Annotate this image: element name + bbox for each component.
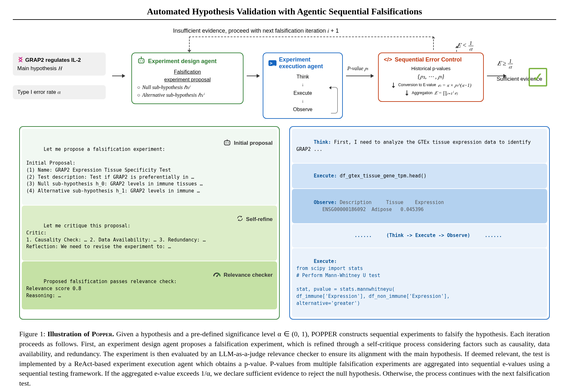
down-arrow-icon xyxy=(393,83,394,88)
down-arrow-icon: ↓ xyxy=(268,81,337,89)
execute2-text: from scipy import stats # Perform Mann-W… xyxy=(296,265,450,306)
checkmark-icon: ✓ xyxy=(529,68,547,86)
page-title: Automated Hypothesis Validation with Age… xyxy=(13,6,556,19)
flow-diagram: Insufficient evidence, proceed with next… xyxy=(13,28,556,117)
dna-icon xyxy=(17,57,25,63)
design-detail-panel: Initial proposal Let me propose a falsif… xyxy=(19,126,280,320)
caption-body: Given a hypothesis and a pre-defined sig… xyxy=(19,330,550,387)
pvalue-label: P-value 𝑝ᵢ xyxy=(347,65,368,71)
alpha-box: Type I error rate 𝛼 xyxy=(13,85,106,99)
error-hist-label: Historical p-values xyxy=(384,65,478,72)
hypothesis-subtitle: Main hypothesis 𝐻 xyxy=(17,65,101,72)
svg-point-7 xyxy=(228,142,229,143)
initial-proposal-text: Let me propose a falsification experimen… xyxy=(26,146,203,194)
down-arrow-icon: ↓ xyxy=(268,97,337,105)
main-hypothesis-box: GRAP2 regulates IL-2 Main hypothesis 𝐻 xyxy=(13,53,106,76)
svg-rect-0 xyxy=(138,59,144,63)
detail-panels: Initial proposal Let me propose a falsif… xyxy=(19,126,550,320)
svg-point-2 xyxy=(142,60,143,61)
execute-text: df_gtex_tissue_gene_tpm.head() xyxy=(337,173,426,179)
terminal-icon: >_ xyxy=(268,60,276,66)
arrow-icon xyxy=(346,76,374,76)
error-agg-label: Aggregation xyxy=(412,90,433,96)
svg-point-1 xyxy=(140,60,141,61)
error-pvalue-set: {𝑝₁, ⋯ , 𝑝ᵢ} xyxy=(384,72,478,81)
caption-bold: Illustration of Popper. xyxy=(47,330,114,338)
robot-icon xyxy=(208,132,231,154)
design-line4: Alternative sub-hypothesis ℎ₁ⁱ xyxy=(142,92,204,98)
relevance-checker-text: Proposed falsification passes relevance … xyxy=(26,279,177,298)
error-conv-formula: 𝑒ᵢ = 𝜅 × 𝑝ᵢ^(𝜅−1) xyxy=(438,82,471,89)
hypothesis-title: GRAP2 regulates IL-2 xyxy=(25,57,81,63)
down-arrow-icon xyxy=(407,90,407,95)
loop-arrow-icon xyxy=(331,87,338,113)
relevance-checker-label: Relevance checker xyxy=(224,272,273,278)
exec-execute: Execute xyxy=(268,89,337,97)
exec-observe: Observe xyxy=(268,105,337,114)
design-agent-title: Experiment design agent xyxy=(148,58,217,65)
up-arrow-icon xyxy=(456,46,458,52)
design-line3: Null sub-hypothesis ℎ₀ⁱ xyxy=(142,85,190,90)
figure-caption: Figure 1: Illustration of Popper. Given … xyxy=(19,329,550,388)
initial-proposal-label: Initial proposal xyxy=(234,140,273,146)
arrow-icon xyxy=(247,76,260,76)
design-line2: experiment proposal xyxy=(137,76,238,84)
svg-line-10 xyxy=(217,274,219,276)
caption-prefix: Figure 1: xyxy=(19,330,47,338)
svg-point-4 xyxy=(141,57,142,58)
exec-agent-title: Experiment execution agent xyxy=(279,56,337,70)
design-line1: Falsification xyxy=(137,68,238,76)
think-label: Think: xyxy=(314,139,331,145)
feedback-arrow xyxy=(189,37,434,50)
error-conv-label: Conversion to E-value xyxy=(398,83,436,87)
threshold-ge-label: 𝐸 ≥ 1𝛼 xyxy=(497,58,513,69)
svg-rect-5 xyxy=(224,141,230,145)
alpha-label: Type I error rate 𝛼 xyxy=(17,89,61,95)
think-text: First, I need to analyze the GTEx tissue… xyxy=(296,139,534,152)
error-control-box: </> Sequential Error Control Historical … xyxy=(378,53,484,102)
execute2-label: Execute: xyxy=(314,258,337,264)
error-control-title: Sequential Error Control xyxy=(395,56,462,63)
self-refine-label: Self-refine xyxy=(246,216,273,223)
threshold-lt-label: 𝐸 < 1𝛼 xyxy=(457,40,474,52)
svg-point-6 xyxy=(226,142,227,143)
loop-text: ...... (Think -> Execute -> Observe) ...… xyxy=(354,233,502,238)
execute-label: Execute: xyxy=(314,173,337,179)
robot-icon xyxy=(137,56,145,66)
error-agg-formula: 𝐸 = ∏ⱼ₌₁ⁱ 𝑒ⱼ xyxy=(434,89,458,97)
observe-label: Observe: xyxy=(314,200,337,205)
code-icon: </> xyxy=(384,56,392,63)
exec-think: Think xyxy=(268,72,337,81)
gauge-icon xyxy=(198,265,221,286)
design-agent-box: Experiment design agent Falsification ex… xyxy=(131,53,243,104)
execution-agent-box: >_ Experiment execution agent Think ↓ Ex… xyxy=(263,53,343,119)
title-rule xyxy=(13,19,556,20)
arrow-icon xyxy=(112,76,125,76)
refresh-icon xyxy=(221,209,243,230)
execution-detail-panel: Think: First, I need to analyze the GTEx… xyxy=(289,126,550,320)
feedback-label: Insufficient evidence, proceed with next… xyxy=(173,28,339,34)
self-refine-text: Let me critique this proposal: Critic: 1… xyxy=(26,223,206,249)
